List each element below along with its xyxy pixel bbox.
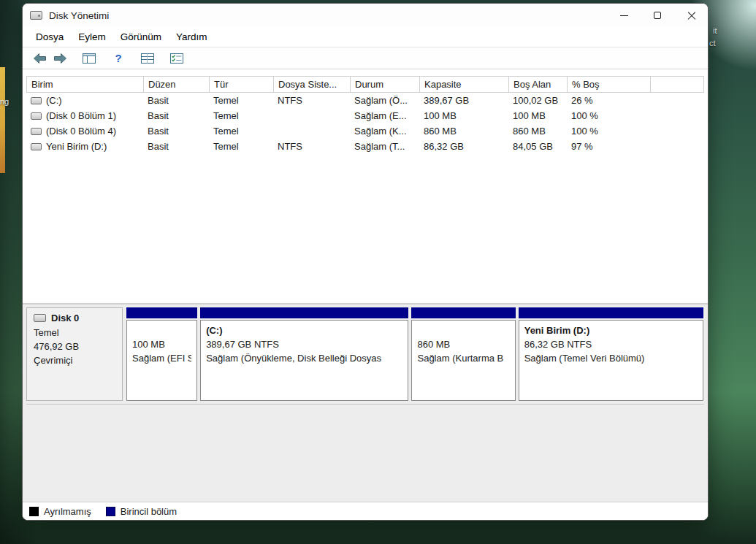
cell-durum: Sağlam (T...: [350, 141, 419, 152]
partition-name: Yeni Birim (D:): [524, 323, 698, 337]
window-title: Disk Yönetimi: [49, 10, 109, 21]
cell-bos-alan: 100,02 GB: [508, 95, 567, 106]
partition-status: Sağlam (Önyükleme, Disk Belleği Dosyas: [206, 351, 402, 365]
cell-duzen: Basit: [143, 141, 209, 152]
back-button[interactable]: [29, 49, 50, 68]
cell-kapasite: 389,67 GB: [419, 95, 508, 106]
partition-size: 860 MB: [417, 337, 509, 351]
partition-recovery[interactable]: 860 MB Sağlam (Kurtarma B: [411, 307, 515, 401]
partition-name: [417, 323, 509, 337]
cell-durum: Sağlam (Ö...: [350, 95, 419, 106]
legend-label: Ayrılmamış: [44, 506, 91, 517]
table-row-c[interactable]: (C:) Basit Temel NTFS Sağlam (Ö... 389,6…: [26, 93, 704, 108]
column-header-durum[interactable]: Durum: [351, 77, 420, 92]
cell-dosya-sistemi: NTFS: [273, 95, 350, 106]
column-header-pct-bos[interactable]: % Boş: [568, 77, 651, 92]
column-header-label: Durum: [355, 79, 383, 90]
cell-durum: Sağlam (E...: [350, 110, 419, 121]
partition-body: 860 MB Sağlam (Kurtarma B: [411, 320, 515, 401]
table-row-efi[interactable]: (Disk 0 Bölüm 1) Basit Temel Sağlam (E..…: [26, 108, 704, 123]
primary-partition-swatch-icon: [106, 507, 115, 516]
volume-icon: [31, 112, 42, 120]
disk-status: Çevrimiçi: [34, 353, 115, 367]
column-header-label: Birim: [31, 79, 53, 90]
cell-tur: Temel: [209, 95, 273, 106]
cell-tur: Temel: [209, 141, 273, 152]
menu-eylem[interactable]: Eylem: [71, 28, 113, 45]
column-header-birim[interactable]: Birim: [27, 77, 144, 92]
background-window-edge: [0, 67, 5, 173]
legend-bar: Ayrılmamış Birincil bölüm: [23, 502, 708, 520]
unallocated-swatch-icon: [29, 507, 39, 516]
minimize-button[interactable]: [607, 4, 641, 27]
desktop-icon-label-fragment: ng: [0, 97, 9, 106]
cell-dosya-sistemi: NTFS: [273, 141, 350, 152]
partition-color-bar: [519, 307, 703, 318]
volume-icon: [31, 143, 42, 150]
close-button[interactable]: [674, 4, 708, 27]
pane-view-icon: [141, 53, 154, 64]
partition-color-bar: [200, 307, 408, 318]
column-header-kapasite[interactable]: Kapasite: [420, 77, 509, 92]
table-row-recovery[interactable]: (Disk 0 Bölüm 4) Basit Temel Sağlam (K..…: [26, 123, 704, 139]
cell-kapasite: 86,32 GB: [419, 141, 508, 152]
cell-birim: (C:): [26, 95, 143, 106]
cell-durum: Sağlam (K...: [350, 126, 419, 137]
maximize-button[interactable]: [641, 4, 674, 27]
back-arrow-icon: [33, 53, 47, 64]
table-row-d[interactable]: Yeni Birim (D:) Basit Temel NTFS Sağlam …: [26, 139, 704, 154]
partition-strip: 100 MB Sağlam (EFI S (C:) 389,67 GB NTFS…: [126, 307, 704, 401]
cell-birim: (Disk 0 Bölüm 1): [26, 110, 143, 121]
legend-unallocated: Ayrılmamış: [29, 506, 91, 517]
disk-management-app-icon: [30, 11, 42, 20]
menu-yardim[interactable]: Yardım: [169, 28, 215, 45]
column-header-bos-alan[interactable]: Boş Alan: [509, 77, 568, 92]
disk-icon: [34, 314, 46, 322]
forward-button[interactable]: [50, 49, 70, 68]
cell-birim: (Disk 0 Bölüm 4): [26, 126, 143, 137]
minimize-icon: [620, 15, 628, 16]
cell-kapasite: 100 MB: [419, 110, 508, 121]
partition-body: Yeni Birim (D:) 86,32 GB NTFS Sağlam (Te…: [519, 320, 703, 401]
disk0-section: Disk 0 Temel 476,92 GB Çevrimiçi 100 MB: [26, 307, 704, 405]
partition-color-bar: [411, 307, 515, 318]
partition-d[interactable]: Yeni Birim (D:) 86,32 GB NTFS Sağlam (Te…: [519, 307, 703, 401]
graphical-view-panel: Disk 0 Temel 476,92 GB Çevrimiçi 100 MB: [23, 303, 708, 502]
column-header-label: Tür: [214, 79, 229, 90]
forward-arrow-icon: [53, 53, 67, 64]
cell-tur: Temel: [209, 110, 273, 121]
disk-type: Temel: [34, 326, 115, 340]
volume-table-header: Birim Düzen Tür Dosya Siste... Durum Kap…: [26, 76, 704, 93]
column-header-label: Dosya Siste...: [278, 79, 337, 90]
toolbar: [23, 47, 708, 69]
cell-bos-alan: 860 MB: [508, 126, 567, 137]
partition-size: 86,32 GB NTFS: [524, 337, 698, 351]
caption-buttons: [607, 4, 708, 27]
pane-view-button[interactable]: [137, 49, 158, 68]
properties-button[interactable]: [167, 49, 187, 68]
volume-list-panel: Birim Düzen Tür Dosya Siste... Durum Kap…: [23, 69, 708, 303]
column-header-label: Boş Alan: [513, 79, 551, 90]
menu-gorunum[interactable]: Görünüm: [113, 28, 169, 45]
partition-efi[interactable]: 100 MB Sağlam (EFI S: [126, 307, 197, 401]
disk-name: Disk 0: [51, 313, 79, 323]
menu-dosya[interactable]: Dosya: [28, 28, 71, 45]
console-tree-button[interactable]: [79, 49, 99, 68]
cell-bos-alan: 84,05 GB: [508, 141, 567, 152]
legend-label: Birincil bölüm: [121, 506, 177, 517]
partition-size: 100 MB: [132, 337, 191, 351]
cell-bos-alan: 100 MB: [508, 110, 567, 121]
desktop-icon-label-fragment: it: [713, 26, 717, 35]
disk0-label-panel[interactable]: Disk 0 Temel 476,92 GB Çevrimiçi: [26, 307, 123, 401]
column-header-dosya-sistemi[interactable]: Dosya Siste...: [274, 77, 351, 92]
desktop-icon-label-fragment: ct: [709, 39, 716, 47]
disk0-row: Disk 0 Temel 476,92 GB Çevrimiçi 100 MB: [26, 307, 704, 401]
column-header-tur[interactable]: Tür: [210, 77, 274, 92]
partition-body: (C:) 389,67 GB NTFS Sağlam (Önyükleme, D…: [200, 320, 408, 401]
column-header-duzen[interactable]: Düzen: [144, 77, 210, 92]
partition-name: [132, 323, 191, 337]
cell-pct-bos: 97 %: [567, 141, 650, 152]
disk-management-window: Disk Yönetimi Dosya Eylem Görünüm Yardım: [22, 3, 709, 521]
help-button[interactable]: [108, 49, 129, 68]
partition-c[interactable]: (C:) 389,67 GB NTFS Sağlam (Önyükleme, D…: [200, 307, 408, 401]
